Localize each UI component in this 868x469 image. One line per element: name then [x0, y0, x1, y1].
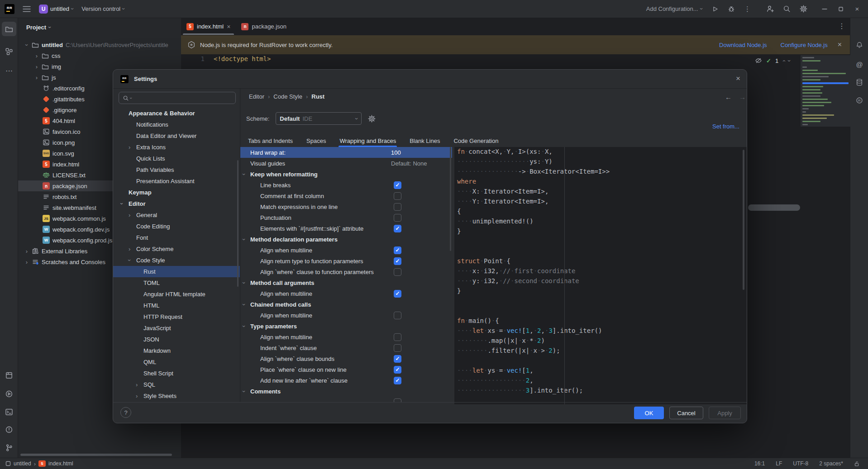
setting-row-align-when-multiline[interactable]: Align when multiline✓: [240, 288, 452, 299]
setting-row-align-return-type-to-function-parameters[interactable]: Align return type to function parameters…: [240, 256, 452, 266]
cargo-button[interactable]: R: [852, 93, 867, 108]
checkbox-unchecked[interactable]: [394, 268, 401, 276]
sidebar-item-shell-script[interactable]: Shell Script: [113, 368, 240, 379]
services-tool-button[interactable]: [2, 387, 16, 401]
set-from-link[interactable]: Set from...: [712, 123, 739, 130]
setting-row-keep-when-reformatting[interactable]: ›Keep when reformatting: [240, 169, 452, 180]
setting-row-match-expressions-in-one-line[interactable]: Match expressions in one line: [240, 201, 452, 212]
banner-close-icon[interactable]: ×: [838, 41, 842, 49]
indent-style[interactable]: 2 spaces*: [819, 460, 843, 467]
help-button[interactable]: ?: [120, 407, 131, 418]
apply-button[interactable]: Apply: [709, 407, 741, 419]
settings-button[interactable]: [800, 5, 807, 13]
inspections-widget[interactable]: ✓ 1 › ›: [755, 57, 791, 64]
breadcrumb-item[interactable]: Rust: [311, 93, 324, 100]
back-arrow-icon[interactable]: ←: [725, 93, 732, 101]
preview-scrollbar[interactable]: [743, 150, 744, 290]
sidebar-item-notifications[interactable]: Notifications: [113, 119, 240, 130]
sidebar-item-http-request[interactable]: HTTP Request: [113, 311, 240, 322]
sidebar-item-json[interactable]: JSON: [113, 334, 240, 345]
sidebar-item-editor[interactable]: ›Editor: [113, 198, 240, 209]
forward-arrow-icon[interactable]: →: [739, 93, 746, 101]
chevron-down-icon[interactable]: ›: [241, 303, 247, 305]
maximize-button[interactable]: [837, 5, 844, 13]
version-control-tool-button[interactable]: [2, 441, 16, 455]
banner-link[interactable]: Download Node.js: [719, 42, 767, 48]
setting-row-align-where-clause-to-function-parameters[interactable]: Align `where` clause to function paramet…: [240, 266, 452, 277]
caret-position[interactable]: 16:1: [754, 460, 765, 467]
cancel-button[interactable]: Cancel: [669, 407, 703, 419]
sidebar-item-general[interactable]: ›General: [113, 209, 240, 221]
problems-tool-button[interactable]: [2, 422, 16, 437]
checkbox-unchecked[interactable]: [394, 333, 401, 341]
tree-item-css[interactable]: ›css: [18, 50, 181, 61]
sidebar-item-keymap[interactable]: Keymap: [113, 187, 240, 198]
sidebar-item-code-editing[interactable]: Code Editing: [113, 221, 240, 232]
checkbox-checked[interactable]: ✓: [394, 290, 401, 298]
editor-minimap[interactable]: [801, 55, 850, 127]
minimize-button[interactable]: [821, 5, 828, 13]
close-window-button[interactable]: ×: [854, 5, 861, 13]
ok-button[interactable]: OK: [634, 407, 664, 419]
banner-link[interactable]: Configure Node.js: [781, 42, 828, 48]
sidebar-item-extra-icons[interactable]: ›Extra Icons: [113, 142, 240, 153]
setting-row-chained-method-calls[interactable]: ›Chained method calls: [240, 299, 452, 310]
tab-tabs-and-indents[interactable]: Tabs and Indents: [247, 134, 294, 147]
setting-row-method-declaration-parameters[interactable]: ›Method declaration parameters: [240, 234, 452, 245]
checkbox-checked[interactable]: ✓: [394, 355, 401, 363]
setting-row-align-when-multiline[interactable]: Align when multiline✓: [240, 245, 452, 256]
main-menu-button[interactable]: [23, 6, 31, 12]
run-button[interactable]: [711, 5, 719, 13]
setting-row-align-when-multiline[interactable]: Align when multiline: [240, 332, 452, 342]
terminal-tool-button[interactable]: [2, 405, 16, 419]
tab-options-icon[interactable]: ⋮: [838, 22, 845, 30]
chevron-down-icon[interactable]: ›: [787, 60, 792, 62]
tree-item-untitled[interactable]: ›untitled C:\Users\User\RustroverProject…: [18, 39, 181, 50]
sidebar-item-style-sheets[interactable]: ›Style Sheets: [113, 390, 240, 402]
checkbox-unchecked[interactable]: [394, 192, 401, 200]
scheme-dropdown[interactable]: Default IDE ›: [276, 112, 362, 125]
file-encoding[interactable]: UTF-8: [793, 460, 808, 467]
chevron-down-icon[interactable]: ›: [127, 259, 133, 261]
horizontal-scrollbar[interactable]: [20, 454, 172, 456]
settings-search-input[interactable]: ›: [119, 92, 236, 104]
database-button[interactable]: [852, 75, 867, 90]
setting-row-indent-where-clause[interactable]: Indent `where` clause: [240, 342, 452, 353]
chevron-down-icon[interactable]: ›: [241, 173, 247, 175]
chevron-down-icon[interactable]: ›: [24, 43, 30, 47]
setting-row-align-where-clause-bounds[interactable]: Align `where` clause bounds✓: [240, 353, 452, 364]
setting-row-visual-guides[interactable]: Visual guidesDefault: None: [240, 158, 452, 169]
structure-tool-button[interactable]: [2, 44, 16, 59]
chevron-down-icon[interactable]: ›: [241, 325, 247, 327]
checkbox-unchecked[interactable]: [394, 203, 401, 211]
setting-row-line-breaks[interactable]: Line breaks✓: [240, 180, 452, 190]
tab-code-generation[interactable]: Code Generation: [453, 134, 499, 147]
checkbox-checked[interactable]: ✓: [394, 246, 401, 254]
chevron-right-icon[interactable]: ›: [136, 382, 138, 388]
chevron-down-icon[interactable]: ›: [241, 282, 247, 284]
chevron-right-icon[interactable]: ›: [129, 246, 130, 252]
code-with-me-button[interactable]: [766, 5, 774, 13]
vcs-menu[interactable]: Version control ›: [81, 5, 124, 12]
setting-row-type-parameters[interactable]: ›Type parameters: [240, 321, 452, 332]
debug-button[interactable]: [728, 5, 735, 13]
sidebar-item-quick-lists[interactable]: Quick Lists: [113, 153, 240, 164]
chevron-right-icon[interactable]: ›: [34, 75, 39, 81]
checkbox-unchecked[interactable]: [394, 398, 401, 403]
chevron-right-icon[interactable]: ›: [24, 248, 29, 254]
setting-row-place-where-clause-on-new-line[interactable]: Place `where` clause on new line✓: [240, 364, 452, 375]
editor-tab-index.html[interactable]: 5index.html×: [181, 18, 236, 35]
more-actions-button[interactable]: ⋮: [744, 5, 751, 13]
dialog-close-icon[interactable]: ×: [736, 74, 740, 83]
sidebar-item-appearance-behavior[interactable]: Appearance & Behavior: [113, 108, 240, 119]
chevron-right-icon[interactable]: ›: [24, 259, 29, 265]
checkbox-unchecked[interactable]: [394, 214, 401, 222]
sidebar-item-markdown[interactable]: Markdown: [113, 345, 240, 356]
line-separator[interactable]: LF: [776, 460, 782, 467]
tab-blank-lines[interactable]: Blank Lines: [409, 134, 441, 147]
sidebar-item-sql[interactable]: ›SQL: [113, 379, 240, 390]
more-tool-windows-button[interactable]: ⋯: [2, 63, 16, 78]
setting-row-punctuation[interactable]: Punctuation: [240, 212, 452, 223]
checkbox-checked[interactable]: ✓: [394, 366, 401, 374]
notifications-button[interactable]: [852, 38, 867, 52]
